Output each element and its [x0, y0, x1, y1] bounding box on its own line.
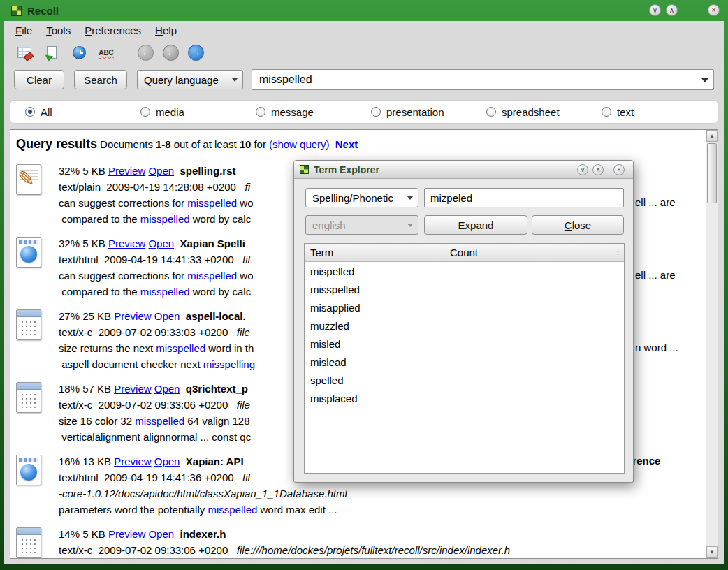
result-title: Xapian: API	[186, 455, 247, 467]
recoll-app-icon	[11, 6, 22, 16]
search-button[interactable]: Search	[74, 70, 127, 89]
result-abstract-line: aspell document checker next misspelling	[59, 356, 255, 372]
term-query-input[interactable]	[424, 188, 624, 207]
unshade-icon[interactable]: ∧	[666, 4, 678, 16]
filter-message[interactable]: message	[256, 106, 371, 118]
menubar: FileToolsPreferencesHelp	[4, 22, 724, 39]
preview-link[interactable]: Preview	[108, 165, 145, 177]
open-link[interactable]: Open	[148, 238, 174, 249]
header-menu-icon[interactable]: ⋮	[614, 247, 622, 256]
result-mime-date: text/plain 2009-04-19 14:28:08 +0200	[59, 181, 245, 193]
term-cell: misspelled	[305, 284, 444, 295]
next-page-icon[interactable]: →	[188, 45, 204, 61]
radio-icon[interactable]	[371, 107, 381, 117]
expand-button[interactable]: Expand	[424, 215, 527, 235]
source-doc-icon[interactable]	[16, 309, 41, 340]
out-of-label: out of at least	[174, 138, 237, 150]
result-meta: 18% 57 KB	[59, 383, 114, 395]
count-column-header[interactable]: Count	[444, 244, 624, 261]
open-link[interactable]: Open	[148, 165, 174, 177]
scroll-up-icon[interactable]: ▲	[706, 130, 718, 142]
spellcheck-icon[interactable]: ABC	[97, 43, 115, 61]
preview-link[interactable]: Preview	[114, 310, 151, 322]
source-doc-icon[interactable]	[16, 382, 41, 413]
result-url: file	[237, 326, 250, 338]
term-row[interactable]: misapplied	[305, 298, 624, 316]
shade-icon[interactable]: ∨	[649, 4, 661, 16]
query-language-select[interactable]: Query language	[137, 70, 243, 89]
radio-icon[interactable]	[140, 107, 150, 117]
erase-search-icon[interactable]	[15, 43, 34, 61]
open-link[interactable]: Open	[154, 383, 180, 395]
query-combo[interactable]	[252, 69, 714, 90]
go-back-icon[interactable]: ←	[138, 45, 154, 61]
filter-all[interactable]: All	[25, 106, 140, 118]
term-column-header[interactable]: Term	[305, 244, 444, 261]
filter-text[interactable]: text	[602, 106, 717, 118]
scroll-down-icon[interactable]: ▼	[706, 546, 718, 558]
results-scrollbar[interactable]: ▲ ▼	[706, 130, 718, 558]
result-abstract-line: can suggest corrections for misspelled w…	[59, 195, 253, 211]
preview-link[interactable]: Preview	[114, 455, 151, 467]
dialog-close-icon[interactable]: ×	[613, 164, 625, 175]
term-language-value: english	[312, 219, 346, 231]
term-row[interactable]: mispelled	[305, 262, 624, 280]
result-mime-date: text/html 2009-04-19 14:41:33 +0200	[59, 254, 242, 265]
prev-page-icon[interactable]: ←	[163, 45, 179, 61]
open-link[interactable]: Open	[148, 528, 174, 540]
history-icon[interactable]	[70, 43, 88, 61]
for-label: for	[254, 138, 266, 150]
html-doc-icon[interactable]	[16, 237, 41, 268]
term-row[interactable]: misplaced	[305, 389, 624, 407]
close-icon[interactable]: ×	[708, 4, 720, 16]
term-cell: muzzled	[305, 320, 444, 332]
filter-media[interactable]: media	[140, 106, 256, 118]
result-url: fil	[242, 472, 250, 483]
term-table-header[interactable]: Term Count ⋮	[305, 244, 624, 262]
term-row[interactable]: misspelled	[305, 280, 624, 298]
menu-item-help[interactable]: Help	[148, 23, 184, 38]
show-query-link[interactable]: (show query)	[269, 138, 330, 150]
filter-spreadsheet[interactable]: spreadsheet	[486, 106, 602, 118]
filter-label: All	[41, 106, 52, 118]
query-dropdown-icon[interactable]	[697, 74, 713, 86]
result-abstract-line: parameters word the potentially misspell…	[59, 502, 347, 518]
term-table: Term Count ⋮ mispelledmisspelledmisappli…	[304, 243, 625, 474]
radio-icon[interactable]	[602, 107, 611, 117]
filter-presentation[interactable]: presentation	[371, 106, 486, 118]
radio-icon[interactable]	[256, 107, 265, 117]
term-mode-select[interactable]: Spelling/Phonetic	[305, 188, 418, 207]
document-glyph	[47, 46, 57, 59]
source-doc-icon[interactable]	[16, 527, 41, 558]
save-search-icon[interactable]	[43, 43, 61, 61]
preview-link[interactable]: Preview	[114, 383, 151, 395]
result-abstract-line: verticalalignment alignnormal ... const …	[59, 429, 251, 445]
term-row[interactable]: misled	[305, 335, 624, 353]
menu-item-file[interactable]: File	[8, 23, 39, 38]
open-link[interactable]: Open	[154, 310, 180, 322]
clear-button[interactable]: Clear	[14, 70, 64, 89]
html-doc-icon[interactable]	[16, 455, 41, 485]
next-link[interactable]: Next	[335, 138, 358, 150]
term-row[interactable]: mislead	[305, 353, 624, 371]
desktop: Recoll ∨ ∧ × FileToolsPreferencesHelp AB…	[0, 0, 728, 570]
scrollbar-thumb[interactable]	[707, 143, 717, 203]
preview-link[interactable]: Preview	[108, 238, 145, 249]
term-close-button[interactable]: Close	[532, 215, 624, 235]
preview-link[interactable]: Preview	[108, 528, 145, 540]
dialog-unshade-icon[interactable]: ∧	[592, 164, 604, 175]
menu-item-preferences[interactable]: Preferences	[78, 23, 148, 38]
menu-item-tools[interactable]: Tools	[39, 23, 78, 38]
dialog-shade-icon[interactable]: ∨	[577, 164, 588, 175]
abc-glyph: ABC	[99, 49, 114, 57]
result-row: 14% 5 KB Preview Open indexer.htext/x-c …	[16, 526, 706, 558]
term-row[interactable]: spelled	[305, 371, 624, 389]
term-row[interactable]: muzzled	[305, 316, 624, 335]
query-input[interactable]	[252, 73, 697, 86]
term-cell: misapplied	[305, 302, 444, 314]
term-explorer-titlebar[interactable]: Term Explorer ∨ ∧ ×	[294, 161, 633, 179]
open-link[interactable]: Open	[154, 455, 180, 467]
text-doc-icon[interactable]	[16, 164, 41, 195]
radio-icon[interactable]	[25, 107, 35, 117]
radio-icon[interactable]	[486, 107, 496, 117]
